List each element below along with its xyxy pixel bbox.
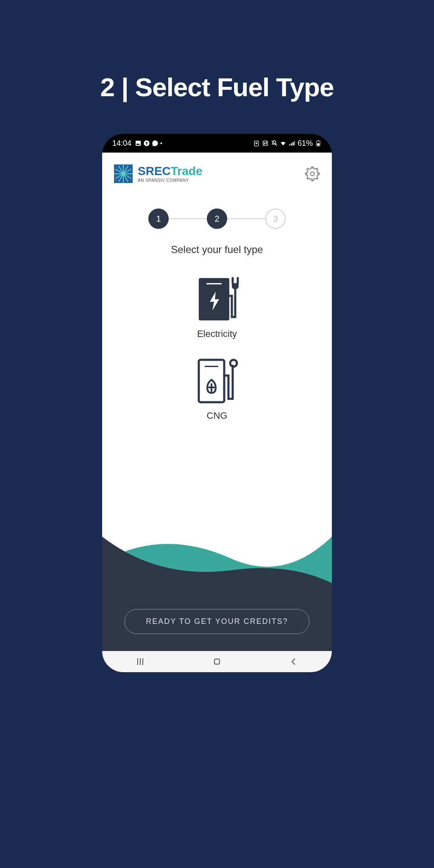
section-title: Select your fuel type (102, 244, 332, 256)
app-content: SRECTrade AN XPANSIV COMPANY 1 2 3 Selec… (102, 153, 332, 651)
svg-rect-24 (205, 366, 218, 367)
gear-icon[interactable] (305, 166, 320, 181)
fuel-option-cng[interactable]: CNG (189, 356, 245, 421)
logo-tagline: AN XPANSIV COMPANY (138, 178, 203, 183)
electricity-icon (189, 275, 245, 323)
battery-percent: 61% (298, 139, 313, 148)
mute-icon (271, 140, 278, 147)
phone-frame: 14:04 • 61% (102, 134, 332, 672)
status-bar-left: 14:04 • (112, 139, 162, 148)
step-1[interactable]: 1 (148, 209, 169, 229)
fuel-options: Electricity CNG (102, 275, 332, 421)
nav-bar (102, 651, 332, 672)
wifi-icon (280, 140, 287, 147)
status-time: 14:04 (112, 139, 131, 148)
fuel-option-electricity[interactable]: Electricity (189, 275, 245, 339)
svg-point-20 (311, 172, 314, 176)
logo-text: SRECTrade AN XPANSIV COMPANY (138, 165, 203, 183)
svg-rect-0 (136, 141, 141, 146)
page-title: 2 | Select Fuel Type (100, 72, 334, 102)
logo-icon (114, 164, 133, 183)
circle-icon (143, 140, 150, 147)
svg-rect-6 (318, 140, 319, 141)
step-line (227, 218, 265, 219)
signal-icon (289, 140, 295, 147)
cta-button[interactable]: READY TO GET YOUR CREDITS? (124, 609, 309, 634)
battery-saver-icon (253, 140, 260, 147)
stepper: 1 2 3 (102, 209, 332, 229)
app-header: SRECTrade AN XPANSIV COMPANY (102, 153, 332, 187)
fuel-label-electricity: Electricity (197, 328, 237, 339)
status-bar-right: 61% (253, 139, 322, 148)
logo-trade: Trade (171, 164, 203, 178)
wave-container: READY TO GET YOUR CREDITS? (102, 503, 332, 651)
status-dot: • (160, 140, 162, 147)
logo-brand: SRECTrade (138, 165, 203, 177)
svg-rect-29 (214, 659, 220, 664)
fuel-label-cng: CNG (207, 410, 228, 421)
step-line (169, 218, 207, 219)
status-icons-left: • (135, 140, 162, 147)
nav-recent-icon[interactable] (134, 656, 146, 668)
logo-srec: SREC (138, 164, 171, 178)
nav-home-icon[interactable] (211, 656, 223, 668)
nfc-icon (262, 140, 269, 147)
step-2[interactable]: 2 (207, 209, 227, 229)
svg-rect-22 (206, 283, 222, 284)
image-icon (135, 140, 142, 147)
cng-icon (189, 356, 245, 405)
logo: SRECTrade AN XPANSIV COMPANY (114, 164, 203, 183)
nav-back-icon[interactable] (288, 656, 300, 668)
step-3: 3 (265, 209, 286, 229)
svg-rect-5 (317, 143, 319, 145)
status-bar: 14:04 • 61% (102, 134, 332, 153)
battery-icon (315, 140, 322, 147)
svg-point-25 (230, 360, 237, 367)
whatsapp-icon (152, 140, 159, 147)
